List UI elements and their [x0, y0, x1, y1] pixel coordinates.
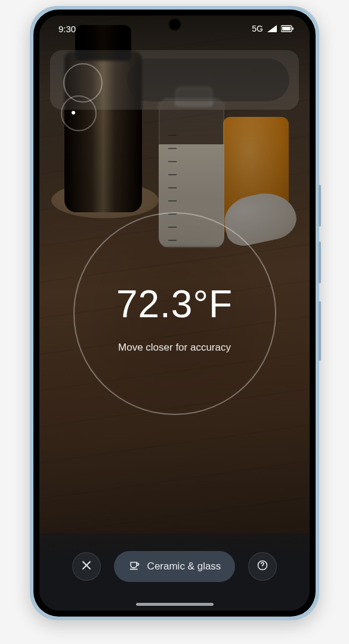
top-pill-placeholder[interactable] [127, 58, 289, 101]
status-right-cluster: 5G [252, 24, 294, 33]
accuracy-hint: Move closer for accuracy [118, 342, 231, 354]
svg-point-4 [262, 568, 263, 568]
lens-selector-dot [72, 111, 75, 114]
signal-icon [267, 24, 277, 33]
phone-bezel: 9:30 5G 72.3°F Move closer f [33, 10, 316, 617]
phone-frame: 9:30 5G 72.3°F Move closer f [30, 6, 319, 620]
lens-selector-overlay[interactable] [63, 63, 103, 103]
measurement-reticle: 72.3°F Move closer for accuracy [73, 212, 276, 415]
material-selector-button[interactable]: Ceramic & glass [114, 551, 236, 582]
power-button[interactable] [319, 301, 321, 361]
battery-icon [281, 25, 294, 32]
front-camera-punch-hole [169, 19, 180, 30]
gesture-nav-bar[interactable] [136, 603, 214, 606]
close-icon [81, 559, 92, 574]
screen: 9:30 5G 72.3°F Move closer f [39, 16, 310, 611]
close-button[interactable] [72, 552, 101, 581]
temperature-reading: 72.3°F [116, 282, 233, 326]
help-icon [257, 559, 268, 574]
volume-up-button[interactable] [319, 185, 321, 227]
svg-rect-1 [282, 27, 291, 30]
volume-down-button[interactable] [319, 242, 321, 283]
cup-icon [128, 559, 140, 574]
bottom-action-bar: Ceramic & glass [39, 533, 310, 611]
help-button[interactable] [248, 552, 277, 581]
network-type-label: 5G [252, 24, 263, 33]
status-time: 9:30 [58, 24, 76, 34]
material-selector-label: Ceramic & glass [147, 561, 221, 572]
svg-rect-2 [292, 27, 294, 30]
